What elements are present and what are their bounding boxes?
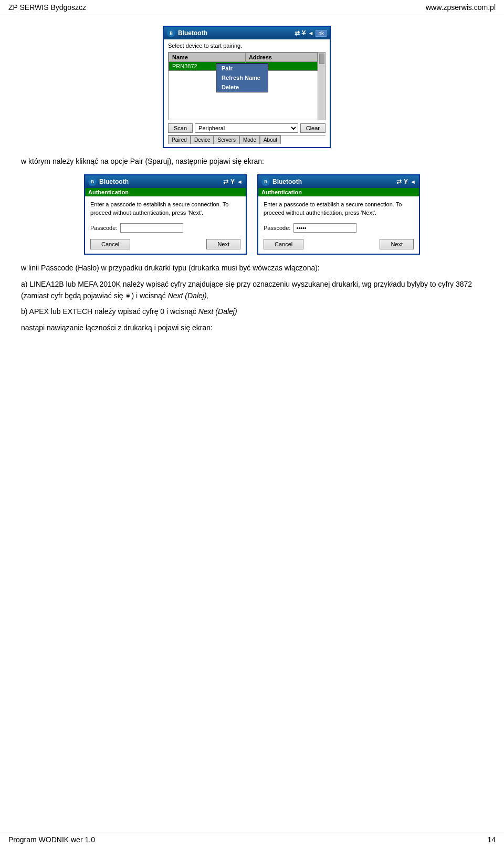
device-table-container: Name Address PRN3872 xyxy=(168,52,326,120)
auth-dialog-left: B Bluetooth ⇄ Y ◄ Authentication Enter a… xyxy=(84,174,247,255)
auth-right-next-button[interactable]: Next xyxy=(380,239,414,249)
table-scrollbar[interactable] xyxy=(318,53,325,120)
page-header: ZP SERWIS Bydgoszcz www.zpserwis.com.pl xyxy=(0,0,504,15)
scrollbar-thumb xyxy=(319,54,324,64)
name-column-header: Name xyxy=(169,53,246,62)
auth-left-btn-row: Cancel Next xyxy=(90,239,240,249)
device-table-area: Name Address PRN3872 xyxy=(168,52,326,120)
page-number: 14 xyxy=(487,835,496,844)
pair-menu-item[interactable]: Pair xyxy=(216,64,268,73)
auth-right-passcode-row: Passcode: xyxy=(264,223,414,233)
table-header-row: Name Address xyxy=(169,53,318,62)
antenna-icon-right: Y xyxy=(404,178,408,185)
body-para2-italic: Next (Dalej), xyxy=(168,291,209,300)
body-para2: a) LINEA12B lub MEFA 2010K należy wpisać… xyxy=(21,278,483,302)
body-para1: w linii Passcode (Hasło) w przypadku dru… xyxy=(21,262,483,274)
tab-device[interactable]: Device xyxy=(191,135,214,144)
auth-left-cancel-button[interactable]: Cancel xyxy=(90,239,130,249)
company-name: ZP SERWIS Bydgoszcz xyxy=(8,3,86,12)
auth-left-label: Authentication xyxy=(85,188,246,196)
bluetooth-main-dialog: B Bluetooth ⇄ Y ◄ ok Select device to st… xyxy=(163,26,341,148)
auth-right-passcode-label: Passcode: xyxy=(264,225,290,231)
auth-right-body: Enter a passcode to establish a secure c… xyxy=(258,196,419,254)
scan-row: Scan Peripheral Clear xyxy=(168,123,326,133)
auth-left-next-button[interactable]: Next xyxy=(206,239,240,249)
signal-icon: ⇄ xyxy=(295,29,300,37)
auth-right-btn-row: Cancel Next xyxy=(264,239,414,249)
antenna-icon-left: Y xyxy=(230,178,235,185)
address-column-header: Address xyxy=(245,53,317,62)
auth-right-passcode-input[interactable] xyxy=(293,223,356,233)
instruction-text: Select device to start pairing. xyxy=(168,43,326,49)
program-name: Program WODNIK wer 1.0 xyxy=(8,835,95,844)
bt-icon-right: B xyxy=(261,177,270,186)
bt-icon-left: B xyxy=(88,177,97,186)
auth-right-cancel-button[interactable]: Cancel xyxy=(264,239,303,249)
auth-left-message: Enter a passcode to establish a secure c… xyxy=(90,201,240,217)
auth-left-passcode-label: Passcode: xyxy=(90,225,117,231)
body-text-section: w linii Passcode (Hasło) w przypadku dru… xyxy=(21,262,483,333)
page-footer: Program WODNIK wer 1.0 14 xyxy=(0,832,504,847)
auth-right-title: Bluetooth xyxy=(272,178,302,185)
auth-left-passcode-row: Passcode: xyxy=(90,223,240,233)
auth-right-titlebar: B Bluetooth ⇄ Y ◄ xyxy=(258,175,419,188)
intro-text-section: w którym należy kliknąć na opcje Pair (S… xyxy=(21,155,483,167)
bluetooth-dialog-window: B Bluetooth ⇄ Y ◄ ok Select device to st… xyxy=(163,26,331,148)
signal-icon-right: ⇄ xyxy=(396,178,402,185)
peripheral-select[interactable]: Peripheral xyxy=(195,123,298,133)
delete-menu-item[interactable]: Delete xyxy=(216,82,268,92)
auth-left-body: Enter a passcode to establish a secure c… xyxy=(85,196,246,254)
context-menu-list: Pair Refresh Name Delete xyxy=(216,63,268,92)
intro-paragraph: w którym należy kliknąć na opcje Pair (S… xyxy=(21,155,483,167)
auth-right-message: Enter a passcode to establish a secure c… xyxy=(264,201,414,217)
auth-left-title: Bluetooth xyxy=(99,178,129,185)
tab-bar: Paired Device Servers Mode About xyxy=(168,135,326,144)
body-para2-prefix: a) LINEA12B lub MEFA 2010K należy wpisać… xyxy=(21,280,472,300)
tab-mode[interactable]: Mode xyxy=(239,135,260,144)
antenna-icon: Y xyxy=(302,29,306,37)
auth-dialog-right: B Bluetooth ⇄ Y ◄ Authentication Enter a… xyxy=(257,174,420,255)
dialog-title: Bluetooth xyxy=(178,29,207,37)
body-para4: nastąpi nawiązanie łączności z drukarką … xyxy=(21,322,483,333)
body-para3: b) APEX lub EXTECH należy wpisać cyfrę 0… xyxy=(21,306,483,317)
auth-right-label: Authentication xyxy=(258,188,419,196)
body-para3-italic: Next (Dalej) xyxy=(198,307,237,316)
refresh-name-menu-item[interactable]: Refresh Name xyxy=(216,73,268,82)
signal-icon-left: ⇄ xyxy=(223,178,228,185)
ok-button[interactable]: ok xyxy=(316,30,327,37)
tab-servers[interactable]: Servers xyxy=(214,135,239,144)
tab-about[interactable]: About xyxy=(260,135,281,144)
speaker-icon-left: ◄ xyxy=(237,179,243,185)
auth-left-passcode-input[interactable] xyxy=(120,223,183,233)
bluetooth-icon: B xyxy=(167,29,175,37)
speaker-icon: ◄ xyxy=(308,30,314,36)
speaker-icon-right: ◄ xyxy=(410,179,416,185)
main-content: B Bluetooth ⇄ Y ◄ ok Select device to st… xyxy=(0,15,504,346)
website: www.zpserwis.com.pl xyxy=(426,3,496,12)
scan-button[interactable]: Scan xyxy=(168,123,193,133)
bluetooth-titlebar: B Bluetooth ⇄ Y ◄ ok xyxy=(164,27,330,39)
dialog-body: Select device to start pairing. Name Add… xyxy=(164,39,330,147)
body-para3-prefix: b) APEX lub EXTECH należy wpisać cyfrę 0… xyxy=(21,307,198,316)
auth-left-titlebar: B Bluetooth ⇄ Y ◄ xyxy=(85,175,246,188)
two-dialogs-row: B Bluetooth ⇄ Y ◄ Authentication Enter a… xyxy=(21,174,483,255)
clear-button[interactable]: Clear xyxy=(300,123,326,133)
tab-paired[interactable]: Paired xyxy=(168,135,191,144)
